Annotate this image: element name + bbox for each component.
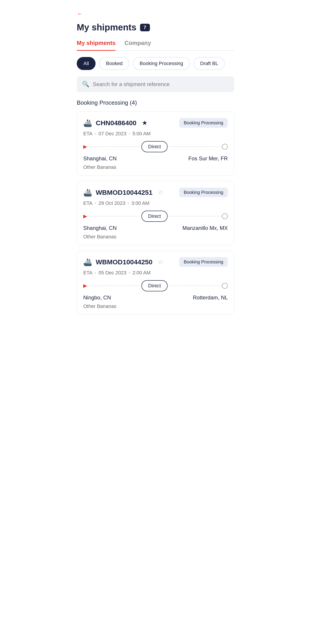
- ship-icon: 🚢: [83, 188, 92, 197]
- card-header: 🚢 WBMOD10044250 ☆ Booking Processing: [83, 257, 228, 267]
- route-line-right: [169, 216, 222, 216]
- ship-icon: 🚢: [83, 119, 92, 127]
- cargo-label: Other Bananas: [83, 234, 228, 240]
- card-header-left: 🚢 CHN0486400 ★: [83, 119, 147, 127]
- back-button[interactable]: ←: [77, 11, 83, 17]
- star-icon[interactable]: ☆: [158, 189, 163, 196]
- play-icon: ▶: [83, 213, 87, 219]
- destination-circle: [222, 213, 228, 219]
- filter-draft-bl[interactable]: Draft BL: [194, 57, 225, 70]
- play-icon: ▶: [83, 144, 87, 150]
- route-line-right: [169, 146, 222, 147]
- page-title: My shipments: [77, 22, 136, 32]
- route-line-left: [87, 286, 140, 286]
- shipment-card[interactable]: 🚢 WBMOD10044251 ☆ Booking Processing ETA…: [77, 181, 234, 245]
- shipment-count-badge: 7: [140, 24, 150, 31]
- route-row: ▶ Direct: [83, 141, 228, 152]
- eta-time: 5:00 AM: [132, 131, 151, 137]
- origin-port: Ningbo, CN: [83, 294, 111, 301]
- ship-icon: 🚢: [83, 258, 92, 266]
- cargo-label: Other Bananas: [83, 164, 228, 170]
- destination-circle: [222, 144, 228, 150]
- status-badge: Booking Processing: [179, 118, 228, 128]
- origin-port: Shanghai, CN: [83, 225, 117, 231]
- eta-time: 3:00 AM: [131, 200, 149, 206]
- dot-separator: •: [128, 201, 129, 206]
- dot-separator: •: [95, 131, 96, 136]
- eta-label: ETA: [83, 270, 92, 276]
- filter-booked[interactable]: Booked: [99, 57, 129, 70]
- eta-label: ETA: [83, 131, 92, 137]
- direct-button[interactable]: Direct: [141, 280, 168, 291]
- eta-date: 07 Dec 2023: [98, 131, 126, 137]
- route-row: ▶ Direct: [83, 280, 228, 291]
- dot-separator: •: [129, 131, 130, 136]
- search-icon: 🔍: [82, 81, 89, 88]
- card-header-left: 🚢 WBMOD10044251 ☆: [83, 188, 163, 197]
- eta-label: ETA: [83, 200, 92, 206]
- route-line-right: [169, 286, 222, 286]
- back-arrow-icon: ←: [77, 11, 83, 17]
- page-title-row: My shipments 7: [77, 22, 234, 32]
- search-bar: 🔍: [77, 76, 234, 92]
- shipment-id: WBMOD10044250: [96, 258, 152, 266]
- dot-separator: •: [95, 270, 96, 276]
- tab-bar: My shipments Company: [77, 40, 234, 51]
- port-row: Shanghai, CN Fos Sur Mer, FR: [83, 156, 228, 162]
- direct-button[interactable]: Direct: [141, 141, 168, 152]
- status-badge: Booking Processing: [179, 257, 228, 267]
- direct-button[interactable]: Direct: [141, 211, 168, 222]
- eta-time: 2:00 AM: [132, 270, 151, 276]
- route-line-left: [87, 146, 140, 147]
- origin-port: Shanghai, CN: [83, 156, 117, 162]
- status-badge: Booking Processing: [179, 188, 228, 197]
- tab-my-shipments[interactable]: My shipments: [77, 40, 115, 51]
- dot-separator: •: [95, 201, 96, 206]
- destination-port: Rotterdam, NL: [193, 294, 228, 301]
- star-icon[interactable]: ★: [142, 119, 147, 126]
- filter-booking-processing[interactable]: Booking Processing: [133, 57, 190, 70]
- eta-date: 29 Oct 2023: [98, 200, 125, 206]
- filter-all[interactable]: All: [77, 57, 96, 70]
- shipment-card[interactable]: 🚢 CHN0486400 ★ Booking Processing ETA • …: [77, 112, 234, 176]
- play-icon: ▶: [83, 283, 87, 289]
- cargo-label: Other Bananas: [83, 304, 228, 309]
- destination-port: Fos Sur Mer, FR: [188, 156, 228, 162]
- card-header: 🚢 WBMOD10044251 ☆ Booking Processing: [83, 188, 228, 197]
- search-input[interactable]: [93, 81, 229, 88]
- tab-company[interactable]: Company: [124, 40, 151, 51]
- destination-port: Manzanillo Mx, MX: [182, 225, 228, 231]
- dot-separator: •: [129, 270, 130, 276]
- shipment-id: CHN0486400: [96, 119, 136, 127]
- shipment-id: WBMOD10044251: [96, 189, 152, 196]
- eta-row: ETA • 05 Dec 2023 • 2:00 AM: [83, 270, 228, 276]
- route-line-left: [87, 216, 140, 216]
- section-title: Booking Processing (4): [77, 99, 234, 106]
- star-icon[interactable]: ☆: [158, 258, 163, 266]
- eta-row: ETA • 07 Dec 2023 • 5:00 AM: [83, 131, 228, 137]
- shipment-card[interactable]: 🚢 WBMOD10044250 ☆ Booking Processing ETA…: [77, 251, 234, 315]
- route-row: ▶ Direct: [83, 211, 228, 222]
- card-header-left: 🚢 WBMOD10044250 ☆: [83, 258, 163, 266]
- destination-circle: [222, 283, 228, 289]
- card-header: 🚢 CHN0486400 ★ Booking Processing: [83, 118, 228, 128]
- eta-row: ETA • 29 Oct 2023 • 3:00 AM: [83, 200, 228, 206]
- port-row: Ningbo, CN Rotterdam, NL: [83, 294, 228, 301]
- port-row: Shanghai, CN Manzanillo Mx, MX: [83, 225, 228, 231]
- filter-row: All Booked Booking Processing Draft BL: [77, 57, 234, 70]
- shipment-list: 🚢 CHN0486400 ★ Booking Processing ETA • …: [77, 112, 234, 315]
- eta-date: 05 Dec 2023: [98, 270, 126, 276]
